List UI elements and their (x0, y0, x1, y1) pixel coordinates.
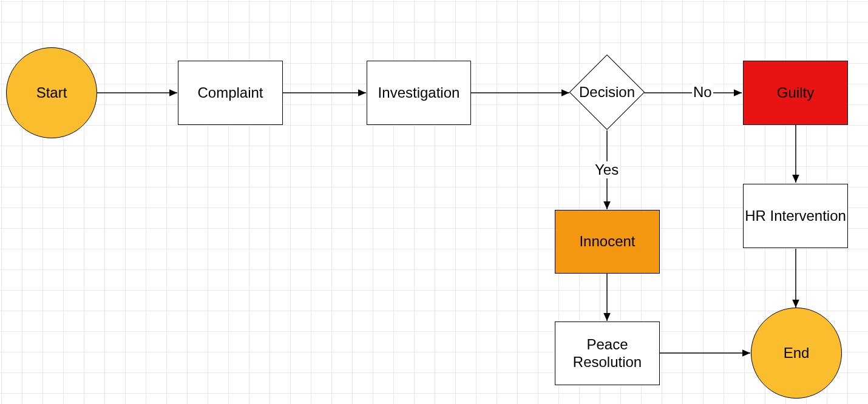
investigation-node[interactable]: Investigation (367, 61, 471, 125)
complaint-label: Complaint (197, 84, 263, 102)
investigation-label: Investigation (378, 84, 460, 102)
edge-label-no: No (692, 84, 713, 101)
edge-label-yes: Yes (594, 161, 620, 178)
guilty-label: Guilty (777, 84, 814, 102)
innocent-node[interactable]: Innocent (555, 210, 660, 274)
hr-intervention-node[interactable]: HR Intervention (743, 184, 848, 248)
flowchart-canvas[interactable]: Start Complaint Investigation Decision G… (0, 0, 868, 404)
end-label: End (784, 345, 810, 362)
innocent-label: Innocent (579, 233, 635, 251)
peace-label: Peace Resolution (555, 336, 659, 371)
guilty-node[interactable]: Guilty (743, 61, 848, 125)
hr-label: HR Intervention (745, 207, 846, 225)
peace-resolution-node[interactable]: Peace Resolution (555, 322, 660, 385)
decision-label: Decision (578, 84, 636, 100)
end-node[interactable]: End (751, 308, 842, 399)
start-node[interactable]: Start (6, 47, 97, 138)
complaint-node[interactable]: Complaint (178, 61, 283, 125)
start-label: Start (36, 84, 67, 102)
decision-node[interactable]: Decision (569, 55, 645, 130)
